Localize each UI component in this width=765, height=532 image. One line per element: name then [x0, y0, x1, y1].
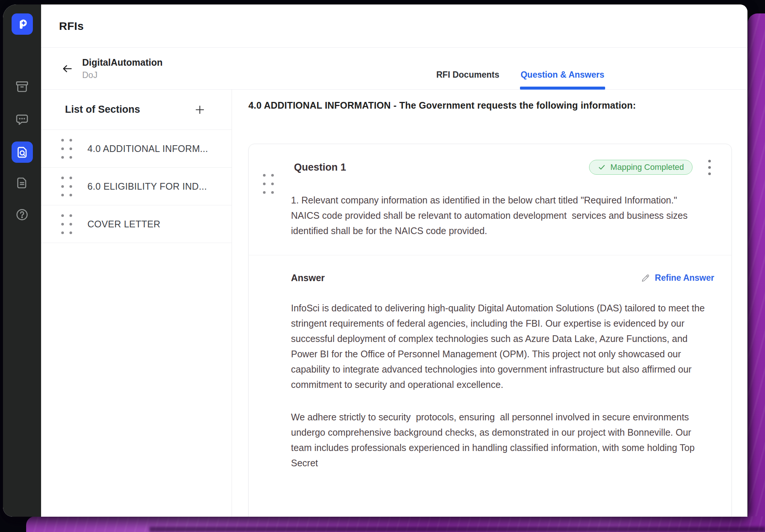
app-window: RFIs DigitalAutomation DoJ RFI D — [3, 4, 747, 517]
section-list-item[interactable]: 6.0 ELIGIBILITY FOR IND... — [41, 168, 232, 205]
plus-icon — [194, 104, 206, 116]
arrow-left-icon — [61, 63, 73, 75]
section-label: 6.0 ELIGIBILITY FOR IND... — [87, 181, 207, 192]
section-heading: 4.0 ADDITIONAL INFORMATION - The Governm… — [248, 100, 747, 111]
section-label: 4.0 ADDITIONAL INFORM... — [87, 143, 208, 154]
question-text: 1. Relevant company information as ident… — [291, 193, 706, 239]
archive-icon — [15, 80, 29, 94]
p-logo-icon — [16, 18, 29, 31]
sections-panel-title: List of Sections — [65, 104, 193, 115]
tab-bar: RFI Documents Question & Answers — [436, 48, 604, 90]
refine-answer-label: Refine Answer — [655, 273, 714, 283]
document-icon — [15, 176, 29, 190]
help-icon — [15, 208, 29, 222]
content-body: List of Sections 4.0 ADD — [41, 90, 747, 517]
project-subtitle: DoJ — [82, 70, 162, 80]
project-name: DigitalAutomation — [82, 57, 162, 68]
drag-handle-icon[interactable] — [61, 214, 72, 234]
sidebar-item-archive[interactable] — [15, 79, 30, 94]
background-shadow — [149, 527, 765, 532]
sidebar-item-help[interactable] — [15, 207, 30, 222]
add-section-button[interactable] — [193, 103, 206, 116]
chat-icon — [15, 112, 29, 127]
drag-handle-icon[interactable] — [61, 177, 72, 196]
kebab-menu-icon — [708, 160, 711, 162]
answer-section: Answer Refine Answer — [249, 255, 731, 493]
project-header: DigitalAutomation DoJ RFI Documents Ques… — [41, 48, 747, 90]
question-card: Question 1 Mapping Completed — [248, 144, 732, 517]
answer-label: Answer — [291, 273, 325, 283]
question-title: Question 1 — [294, 162, 346, 173]
question-section: Question 1 Mapping Completed — [249, 144, 731, 255]
screen: RFIs DigitalAutomation DoJ RFI D — [0, 0, 765, 532]
page-header: RFIs — [41, 4, 747, 48]
qa-main-area: 4.0 ADDITIONAL INFORMATION - The Governm… — [232, 90, 747, 517]
app-sidebar — [3, 4, 41, 517]
answer-header: Answer Refine Answer — [291, 273, 714, 283]
sidebar-item-chat[interactable] — [15, 112, 30, 127]
background-texture — [748, 13, 765, 532]
section-list-item[interactable]: 4.0 ADDITIONAL INFORM... — [41, 130, 232, 168]
answer-paragraph: InfoSci is dedicated to delivering high-… — [291, 301, 706, 392]
section-list-item[interactable]: COVER LETTER — [41, 205, 232, 243]
section-label: COVER LETTER — [87, 219, 160, 230]
app-logo[interactable] — [12, 13, 33, 35]
tab-question-answers[interactable]: Question & Answers — [521, 70, 604, 90]
sidebar-item-questions-active[interactable] — [12, 141, 33, 163]
status-badge-label: Mapping Completed — [610, 162, 684, 172]
desktop-background-bottom — [26, 516, 765, 532]
page-title: RFIs — [59, 20, 84, 32]
project-title-block: DigitalAutomation DoJ — [82, 57, 162, 80]
question-menu-button[interactable] — [703, 159, 716, 175]
question-doc-icon — [15, 145, 30, 159]
sections-panel: List of Sections 4.0 ADD — [41, 90, 232, 517]
tab-rfi-documents[interactable]: RFI Documents — [436, 70, 499, 90]
back-button[interactable] — [61, 62, 74, 75]
question-header: Question 1 Mapping Completed — [291, 159, 716, 175]
app-content: RFIs DigitalAutomation DoJ RFI D — [41, 4, 747, 517]
status-badge: Mapping Completed — [589, 160, 693, 175]
check-icon — [598, 163, 606, 171]
drag-handle-icon[interactable] — [263, 174, 274, 194]
sidebar-item-documents[interactable] — [15, 175, 30, 190]
desktop-background-right — [748, 13, 765, 532]
drag-handle-icon[interactable] — [61, 139, 72, 159]
pencil-icon — [641, 273, 650, 283]
answer-paragraph: We adhere strictly to security protocols… — [291, 410, 706, 471]
refine-answer-button[interactable]: Refine Answer — [641, 273, 714, 283]
sections-panel-header: List of Sections — [41, 90, 232, 130]
